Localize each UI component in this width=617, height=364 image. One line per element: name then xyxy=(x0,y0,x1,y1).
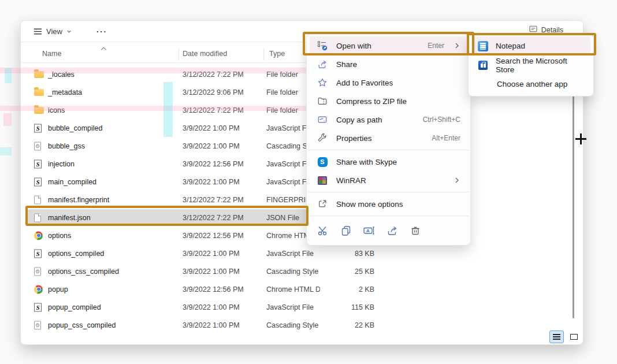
more-options-button[interactable]: ··· xyxy=(92,24,111,39)
hamburger-icon xyxy=(33,27,43,36)
file-date: 3/9/2022 1:00 PM xyxy=(183,268,266,276)
chevron-right-icon xyxy=(454,42,460,49)
file-row[interactable]: options 3/9/2022 12:56 PM Chrome HTML Do… xyxy=(28,226,577,244)
submenu-item-choose-another-app[interactable]: Choose another app xyxy=(471,75,590,94)
file-row-selected[interactable]: manifest.json 3/12/2022 7:22 PM JSON Fil… xyxy=(28,209,577,226)
folder-icon xyxy=(34,71,44,78)
details-view-icon xyxy=(553,334,560,340)
column-header-date-modified[interactable]: Date modified xyxy=(183,50,227,58)
menu-item-open-with[interactable]: Open with Enter xyxy=(310,36,467,55)
microsoft-store-icon xyxy=(477,61,489,70)
submenu-item-label: Search the Microsoft Store xyxy=(496,57,585,74)
star-icon xyxy=(317,77,328,88)
delete-button[interactable] xyxy=(407,223,423,239)
file-date: 3/9/2022 12:56 PM xyxy=(183,160,266,168)
submenu-item-label: Choose another app xyxy=(497,80,567,88)
rename-button[interactable]: A xyxy=(361,223,377,239)
css-file-icon xyxy=(34,321,41,329)
column-separator[interactable] xyxy=(263,48,264,61)
file-name: options xyxy=(48,232,71,240)
menu-item-share-with-skype[interactable]: Share with Skype xyxy=(310,153,467,171)
column-separator[interactable] xyxy=(179,48,179,61)
file-date: 3/9/2022 1:00 PM xyxy=(183,250,266,258)
menu-item-show-more-options[interactable]: Show more options xyxy=(310,195,467,213)
file-row[interactable]: popup_compiled 3/9/2022 1:00 PM JavaScri… xyxy=(28,298,577,316)
chrome-html-icon xyxy=(34,231,43,240)
file-icon xyxy=(34,195,41,204)
menu-item-label: Share with Skype xyxy=(336,158,397,166)
file-row[interactable]: manifest.fingerprint 3/12/2022 7:22 PM F… xyxy=(28,191,577,209)
crosshair-cursor xyxy=(575,133,586,144)
details-pane-label: Details xyxy=(541,26,563,34)
chevron-down-icon xyxy=(66,28,72,35)
file-row[interactable]: popup 3/9/2022 12:56 PM Chrome HTML Do..… xyxy=(28,280,577,298)
zip-folder-icon xyxy=(317,96,328,106)
file-type: JavaScript File xyxy=(266,303,320,311)
file-name: injection xyxy=(48,160,75,168)
menu-separator xyxy=(308,216,469,216)
file-row[interactable]: injection 3/9/2022 12:56 PM JavaScript F… xyxy=(28,155,577,173)
menu-item-winrar[interactable]: WinRAR xyxy=(310,171,467,190)
file-date: 3/12/2022 9:06 PM xyxy=(183,88,266,96)
file-type: JavaScript File xyxy=(266,250,320,258)
file-row[interactable]: popup_css_compiled 3/9/2022 1:00 PM Casc… xyxy=(28,316,577,334)
javascript-file-icon xyxy=(34,177,42,186)
folder-icon xyxy=(34,107,44,114)
menu-item-shortcut: Alt+Enter xyxy=(432,134,460,142)
file-size: 2 KB xyxy=(317,285,374,294)
file-row[interactable]: bubble_gss 3/9/2022 1:00 PM Cascading St… xyxy=(28,137,577,155)
file-row[interactable]: options_css_compiled 3/9/2022 1:00 PM Ca… xyxy=(28,262,577,280)
view-menu-button[interactable]: View xyxy=(29,24,76,39)
submenu-item-notepad[interactable]: Notepad xyxy=(471,36,590,55)
file-row[interactable]: options_compiled 3/9/2022 1:00 PM JavaSc… xyxy=(28,244,577,262)
file-type: Cascading Style S... xyxy=(266,268,320,276)
file-name: popup xyxy=(48,285,68,294)
file-row[interactable]: bubble_compiled 3/9/2022 1:00 PM JavaScr… xyxy=(28,119,577,137)
icons-view-icon xyxy=(570,334,578,340)
file-name: bubble_gss xyxy=(48,142,85,150)
file-size: 83 KB xyxy=(317,250,374,258)
menu-item-label: Add to Favorites xyxy=(336,79,393,87)
context-menu: Open with Enter Share Add to Favorites C… xyxy=(306,34,471,246)
menu-item-compress-zip[interactable]: Compress to ZIP file xyxy=(310,92,467,110)
file-date: 3/9/2022 1:00 PM xyxy=(183,124,266,132)
javascript-file-icon xyxy=(34,249,42,258)
chevron-right-icon xyxy=(454,177,460,184)
file-date: 3/12/2022 7:22 PM xyxy=(183,106,266,114)
menu-item-properties[interactable]: Properties Alt+Enter xyxy=(310,129,467,147)
skype-icon xyxy=(317,157,328,167)
file-date: 3/12/2022 7:22 PM xyxy=(183,70,266,79)
open-with-icon xyxy=(317,40,328,51)
column-header-name[interactable]: Name xyxy=(42,50,61,58)
share-button[interactable] xyxy=(384,223,400,239)
file-type: Chrome HTML Do... xyxy=(266,285,320,294)
menu-item-shortcut: Enter xyxy=(428,42,444,50)
submenu-item-search-store[interactable]: Search the Microsoft Store xyxy=(471,55,590,75)
view-mode-toggles xyxy=(549,330,581,343)
file-name: _locales xyxy=(48,70,75,79)
menu-item-share[interactable]: Share xyxy=(310,55,467,73)
javascript-file-icon xyxy=(34,159,42,168)
cut-button[interactable] xyxy=(315,223,330,239)
menu-item-add-to-favorites[interactable]: Add to Favorites xyxy=(310,73,467,92)
menu-item-copy-as-path[interactable]: Copy as path Ctrl+Shift+C xyxy=(310,110,467,129)
icons-view-button[interactable] xyxy=(567,330,581,343)
javascript-file-icon xyxy=(34,303,42,311)
folder-icon xyxy=(34,89,44,96)
file-type: Cascading Style S... xyxy=(266,321,320,329)
file-name: options_compiled xyxy=(48,250,104,258)
file-row[interactable]: icons 3/12/2022 7:22 PM File folder xyxy=(28,101,577,119)
file-row[interactable]: main_compiled 3/9/2022 1:00 PM JavaScrip… xyxy=(28,173,577,191)
file-name: main_compiled xyxy=(48,178,96,186)
column-header-type[interactable]: Type xyxy=(269,50,285,58)
menu-item-label: Share xyxy=(336,60,357,69)
file-size: 115 KB xyxy=(317,303,374,311)
view-menu-label: View xyxy=(46,27,62,36)
copy-button[interactable] xyxy=(338,223,354,239)
file-date: 3/9/2022 12:56 PM xyxy=(183,232,266,240)
css-file-icon xyxy=(34,267,41,276)
file-name: popup_compiled xyxy=(48,303,101,311)
file-date: 3/12/2022 7:22 PM xyxy=(183,214,266,222)
file-date: 3/9/2022 1:00 PM xyxy=(183,321,266,329)
details-view-button[interactable] xyxy=(549,330,564,343)
